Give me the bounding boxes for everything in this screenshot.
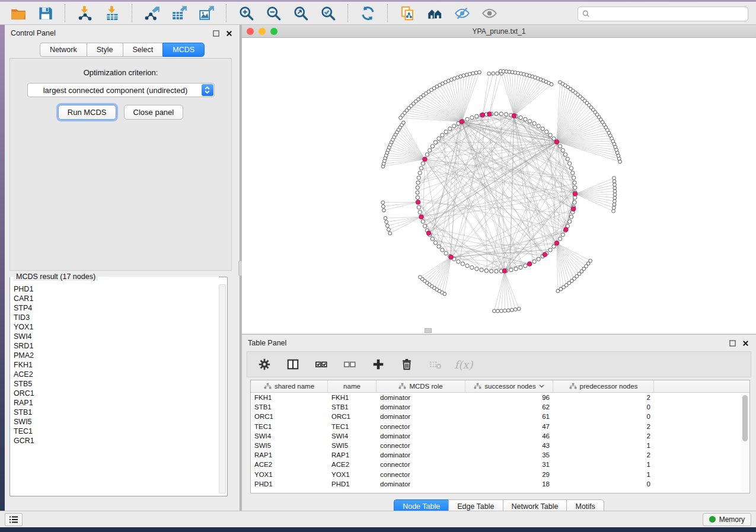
column-header-mcds-role[interactable]: MCDS role (377, 380, 465, 392)
table-scrollbar[interactable] (741, 393, 749, 492)
column-header-name[interactable]: name (328, 380, 377, 392)
table-cell[interactable]: 35 (465, 451, 553, 459)
table-cell[interactable]: TEC1 (251, 423, 328, 430)
table-cell[interactable]: 47 (465, 423, 553, 430)
network-node[interactable] (381, 201, 385, 204)
mcds-network-node[interactable] (554, 241, 559, 246)
network-node[interactable] (430, 145, 434, 148)
show-all-button[interactable] (477, 3, 501, 23)
table-row[interactable]: SWI5SWI5connector431 (251, 441, 749, 450)
table-cell[interactable]: dominator (377, 413, 465, 420)
network-node[interactable] (421, 220, 425, 223)
mcds-result-item[interactable]: YOX1 (14, 322, 216, 332)
network-node[interactable] (561, 233, 564, 236)
export-table-button[interactable] (167, 3, 191, 23)
table-row[interactable]: YOX1YOX1connector291 (251, 470, 749, 479)
memory-button[interactable]: Memory (703, 513, 751, 526)
run-mcds-button[interactable]: Run MCDS (58, 105, 116, 120)
network-node[interactable] (416, 196, 419, 199)
toggle-column-panel-button[interactable] (283, 354, 303, 374)
traffic-minimize-icon[interactable] (259, 28, 266, 35)
table-cell[interactable]: 2 (553, 451, 654, 459)
network-node[interactable] (444, 130, 448, 133)
network-node[interactable] (509, 268, 513, 271)
table-cell[interactable]: 2 (553, 432, 654, 440)
network-node[interactable] (612, 209, 615, 213)
add-column-button[interactable] (368, 354, 388, 374)
hide-selected-button[interactable] (450, 3, 474, 23)
network-node[interactable] (452, 124, 456, 128)
network-node[interactable] (558, 145, 562, 148)
import-table-button[interactable] (100, 3, 124, 23)
network-node[interactable] (461, 262, 464, 265)
table-cell[interactable]: YOX1 (328, 471, 377, 478)
network-canvas[interactable] (242, 38, 756, 333)
network-node[interactable] (496, 309, 500, 313)
network-node[interactable] (500, 309, 503, 313)
column-header-successor-nodes[interactable]: successor nodes (465, 380, 553, 392)
network-node[interactable] (437, 137, 441, 140)
network-node[interactable] (537, 124, 540, 128)
open-button[interactable] (6, 3, 30, 23)
network-node[interactable] (558, 237, 562, 241)
network-node[interactable] (416, 181, 420, 184)
mcds-network-node[interactable] (480, 113, 485, 117)
table-cell[interactable]: FKH1 (251, 394, 328, 401)
network-node[interactable] (613, 190, 617, 193)
network-node[interactable] (613, 200, 617, 203)
network-node[interactable] (495, 112, 498, 116)
network-node[interactable] (419, 275, 422, 279)
table-row[interactable]: STB1STB1dominator620 (251, 402, 749, 412)
mcds-result-item[interactable]: ORC1 (14, 389, 216, 398)
mcds-network-node[interactable] (423, 157, 428, 162)
table-cell[interactable]: STB1 (328, 403, 377, 411)
mcds-network-node[interactable] (527, 262, 532, 267)
mcds-result-item[interactable]: PMA2 (14, 351, 216, 360)
zoom-in-button[interactable] (234, 3, 258, 23)
zoom-fit-button[interactable] (289, 3, 312, 23)
network-node[interactable] (550, 82, 553, 86)
table-cell[interactable]: RAP1 (328, 451, 377, 459)
mcds-network-node[interactable] (449, 255, 454, 259)
traffic-close-icon[interactable] (247, 28, 254, 35)
network-node[interactable] (519, 116, 522, 119)
network-node[interactable] (474, 71, 478, 75)
network-node[interactable] (487, 72, 491, 75)
network-node[interactable] (613, 180, 616, 183)
network-node[interactable] (548, 248, 552, 252)
mcds-result-item[interactable]: PHD1 (14, 284, 216, 294)
table-row[interactable]: SWI4SWI4dominator462 (251, 431, 749, 441)
table-cell[interactable]: 43 (465, 442, 553, 449)
mcds-network-node[interactable] (419, 214, 424, 219)
table-settings-button[interactable] (254, 354, 275, 374)
mcds-network-node[interactable] (573, 192, 578, 197)
network-node[interactable] (402, 121, 406, 124)
table-cell[interactable]: 46 (465, 432, 553, 440)
network-node[interactable] (572, 176, 575, 180)
close-panel-x-button[interactable] (224, 28, 234, 38)
table-row[interactable]: RAP1RAP1dominator352 (251, 450, 749, 460)
network-node[interactable] (613, 193, 617, 197)
network-node[interactable] (465, 264, 469, 267)
table-cell[interactable]: PHD1 (328, 480, 377, 488)
network-node[interactable] (470, 116, 474, 119)
table-row[interactable]: ACE2ACE2connector311 (251, 460, 749, 469)
network-node[interactable] (613, 183, 617, 187)
network-node[interactable] (465, 117, 469, 121)
table-cell[interactable]: 96 (465, 394, 553, 401)
network-node[interactable] (496, 72, 499, 75)
network-node[interactable] (385, 224, 389, 227)
network-node[interactable] (430, 237, 434, 241)
network-node[interactable] (537, 257, 540, 261)
table-cell[interactable]: ACE2 (328, 461, 377, 468)
network-node[interactable] (514, 267, 518, 271)
network-node[interactable] (513, 307, 517, 311)
network-node[interactable] (493, 309, 496, 313)
float-panel-button[interactable] (211, 28, 221, 38)
table-cell[interactable]: 1 (553, 461, 654, 468)
table-cell[interactable]: ACE2 (251, 461, 328, 468)
table-cell[interactable]: 2 (553, 423, 654, 430)
table-cell[interactable]: SWI5 (328, 442, 377, 449)
mcds-network-node[interactable] (512, 114, 516, 118)
network-node[interactable] (613, 196, 617, 200)
